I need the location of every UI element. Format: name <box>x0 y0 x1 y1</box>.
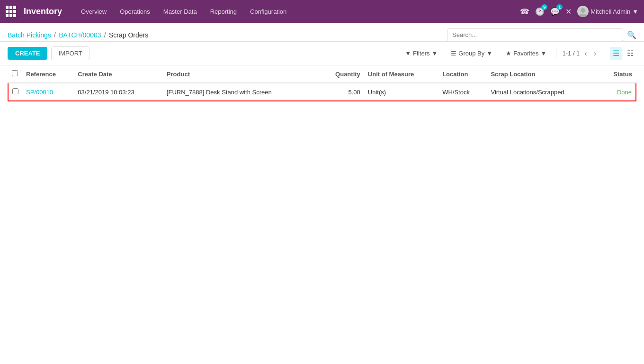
breadcrumb-sep-1: / <box>54 31 56 39</box>
row-scrap-location: Virtual Locations/Scrapped <box>487 83 599 101</box>
svg-point-1 <box>579 14 587 17</box>
app-title: Inventory <box>24 7 62 17</box>
view-toggle: ☰ ☷ <box>610 47 636 60</box>
scrap-orders-table: Reference Create Date Product Quantity U… <box>8 65 636 101</box>
star-icon: ★ <box>506 50 511 57</box>
row-product: [FURN_7888] Desk Stand with Screen <box>163 83 319 101</box>
nav-menu: Overview Operations Master Data Reportin… <box>75 5 516 18</box>
apps-icon[interactable] <box>6 6 17 17</box>
header-unit-of-measure: Unit of Measure <box>364 65 438 83</box>
table-container: Reference Create Date Product Quantity U… <box>0 65 644 101</box>
header-status: Status <box>599 65 636 83</box>
header-reference: Reference <box>22 65 74 83</box>
nav-configuration[interactable]: Configuration <box>244 5 292 18</box>
filters-button[interactable]: ▼ Filters ▼ <box>401 48 441 59</box>
pagination-info: 1-1 / 1 <box>562 50 580 57</box>
row-quantity: 5.00 <box>319 83 364 101</box>
action-bar-right: ▼ Filters ▼ ☰ Group By ▼ ★ Favorites ▼ 1… <box>401 47 636 60</box>
table-body: SP/00010 03/21/2019 10:03:23 [FURN_7888]… <box>8 83 636 101</box>
close-icon[interactable]: ✕ <box>565 7 572 16</box>
divider-2 <box>604 49 604 58</box>
row-status: Done <box>599 83 636 101</box>
messages-icon[interactable]: 💬 1 <box>550 7 560 16</box>
create-button[interactable]: CREATE <box>8 47 47 60</box>
row-unit-of-measure: Unit(s) <box>364 83 438 101</box>
breadcrumb-batch-id[interactable]: BATCH/00003 <box>59 31 101 39</box>
nav-overview[interactable]: Overview <box>75 5 112 18</box>
navbar-right: ☎ 🕐 9 💬 1 ✕ Mitchell Admin ▼ <box>520 6 638 17</box>
breadcrumb-batch-pickings[interactable]: Batch Pickings <box>8 31 51 39</box>
messages-badge: 1 <box>556 4 563 10</box>
row-location: WH/Stock <box>438 83 487 101</box>
filters-dropdown-icon: ▼ <box>431 50 438 57</box>
row-checkbox[interactable] <box>8 83 22 101</box>
groupby-label: Group By <box>458 50 484 57</box>
favorites-dropdown-icon: ▼ <box>541 50 547 57</box>
table-header: Reference Create Date Product Quantity U… <box>8 65 636 83</box>
header-checkbox-col <box>8 65 22 83</box>
header-quantity: Quantity <box>319 65 364 83</box>
top-bar: Batch Pickings / BATCH/00003 / Scrap Ord… <box>0 23 644 42</box>
user-name: Mitchell Admin <box>590 8 630 15</box>
nav-reporting[interactable]: Reporting <box>205 5 242 18</box>
list-view-button[interactable]: ☰ <box>610 47 622 60</box>
breadcrumb-sep-2: / <box>104 31 106 39</box>
nav-operations[interactable]: Operations <box>114 5 156 18</box>
pagination-prev[interactable]: ‹ <box>582 48 589 59</box>
table-row[interactable]: SP/00010 03/21/2019 10:03:23 [FURN_7888]… <box>8 83 636 101</box>
activity-icon[interactable]: 🕐 9 <box>535 7 545 16</box>
action-bar: CREATE IMPORT ▼ Filters ▼ ☰ Group By ▼ ★… <box>0 42 644 65</box>
header-scrap-location: Scrap Location <box>487 65 599 83</box>
header-product: Product <box>163 65 319 83</box>
filter-icon: ▼ <box>405 50 411 57</box>
nav-master-data[interactable]: Master Data <box>158 5 203 18</box>
user-dropdown-icon[interactable]: ▼ <box>632 8 638 15</box>
favorites-button[interactable]: ★ Favorites ▼ <box>502 48 550 59</box>
svg-point-0 <box>581 8 585 13</box>
favorites-label: Favorites <box>513 50 538 57</box>
groupby-button[interactable]: ☰ Group By ▼ <box>447 48 496 59</box>
header-create-date: Create Date <box>74 65 163 83</box>
row-reference: SP/00010 <box>22 83 74 101</box>
filters-label: Filters <box>413 50 429 57</box>
search-icon[interactable]: 🔍 <box>627 30 636 39</box>
divider-1 <box>556 49 556 58</box>
avatar <box>577 6 589 17</box>
groupby-icon: ☰ <box>451 50 456 57</box>
activity-badge: 9 <box>541 4 547 10</box>
content-area: Batch Pickings / BATCH/00003 / Scrap Ord… <box>0 23 644 364</box>
groupby-dropdown-icon: ▼ <box>486 50 492 57</box>
kanban-view-button[interactable]: ☷ <box>624 47 636 60</box>
pagination: 1-1 / 1 ‹ › <box>562 48 598 59</box>
pagination-next[interactable]: › <box>592 48 598 59</box>
breadcrumb-current: Scrap Orders <box>109 31 148 39</box>
search-input[interactable] <box>447 28 623 41</box>
user-menu[interactable]: Mitchell Admin ▼ <box>577 6 638 17</box>
breadcrumb: Batch Pickings / BATCH/00003 / Scrap Ord… <box>8 31 447 39</box>
import-button[interactable]: IMPORT <box>51 46 89 60</box>
row-create-date: 03/21/2019 10:03:23 <box>74 83 163 101</box>
header-location: Location <box>438 65 487 83</box>
navbar: Inventory Overview Operations Master Dat… <box>0 0 644 23</box>
select-all-checkbox[interactable] <box>12 70 18 76</box>
search-area: 🔍 <box>447 28 636 41</box>
phone-icon[interactable]: ☎ <box>520 7 529 16</box>
